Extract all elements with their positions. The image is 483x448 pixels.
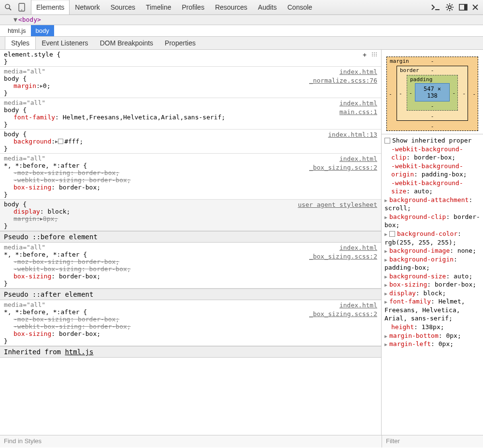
computed-property[interactable]: ▶ background-size: auto; [384, 272, 480, 281]
computed-property[interactable]: -webkit-background-size: auto; [384, 179, 480, 196]
devtools-toolbar: Elements Network Sources Timeline Profil… [0, 0, 483, 15]
source-link[interactable]: _box_sizing.scss:2 [309, 164, 377, 171]
source-link[interactable]: index.html [340, 244, 377, 251]
tab-elements[interactable]: Elements [31, 0, 70, 14]
rule-body-font[interactable]: index.htmlmain.css:1 media="all" body { … [0, 98, 381, 130]
source-link[interactable]: index.html:13 [328, 131, 377, 138]
close-icon[interactable] [472, 4, 478, 10]
tab-profiles[interactable]: Profiles [176, 0, 210, 14]
dom-node-body[interactable]: <body> [18, 16, 41, 23]
tab-sources[interactable]: Sources [105, 0, 141, 14]
svg-line-10 [447, 4, 448, 5]
tab-timeline[interactable]: Timeline [141, 0, 176, 14]
computed-property[interactable]: -webkit-background-clip: border-box; [384, 145, 480, 162]
inherited-link[interactable]: html.js [65, 348, 93, 356]
rule-element-style[interactable]: element.style { } ✚ ⁝⁝⁝ [0, 50, 381, 67]
search-icon[interactable] [2, 1, 14, 13]
dock-icon[interactable] [459, 4, 468, 11]
tab-network[interactable]: Network [70, 0, 105, 14]
box-model-content: 547 × 138 [415, 83, 450, 101]
breadcrumb: html.js body [0, 25, 483, 37]
main-tabs: Elements Network Sources Timeline Profil… [31, 0, 317, 14]
source-link[interactable]: index.html [340, 100, 377, 107]
computed-property[interactable]: ▶ margin-bottom: 0px; [384, 332, 480, 340]
ua-stylesheet-label: user agent stylesheet [298, 201, 377, 208]
section-pseudo-after: Pseudo ::after element [0, 289, 381, 300]
gear-icon[interactable] [445, 3, 454, 12]
subtab-dom-breakpoints[interactable]: DOM Breakpoints [94, 37, 159, 49]
section-pseudo-before: Pseudo ::before element [0, 231, 381, 243]
svg-point-5 [448, 6, 451, 9]
computed-property[interactable]: ▶ display: block; [384, 289, 480, 298]
sidebar-subtabs: Styles Event Listeners DOM Breakpoints P… [0, 37, 483, 50]
crumb-body[interactable]: body [31, 25, 54, 36]
source-link[interactable]: index.html [340, 155, 377, 162]
svg-line-13 [452, 4, 453, 5]
rule-body-background[interactable]: index.html:13 body { background:▶#fff; } [0, 130, 381, 154]
computed-property[interactable]: ▶ font-family: Helmet, Freesans, Helveti… [384, 297, 480, 323]
svg-line-12 [447, 9, 448, 10]
svg-rect-15 [464, 4, 467, 10]
computed-property[interactable]: ▶ background-color: rgb(255, 255, 255); [384, 230, 480, 246]
subtab-properties[interactable]: Properties [159, 37, 201, 49]
color-swatch-icon[interactable] [58, 139, 63, 144]
device-mode-icon[interactable] [15, 1, 28, 13]
tab-resources[interactable]: Resources [210, 0, 253, 14]
computed-property[interactable]: -webkit-background-origin: padding-box; [384, 162, 480, 179]
tab-audits[interactable]: Audits [253, 0, 282, 14]
rule-user-agent[interactable]: user agent stylesheet body { display: bl… [0, 200, 381, 231]
computed-list: Show inherited proper -webkit-background… [382, 134, 483, 353]
computed-property[interactable]: ▶ margin-left: 0px; [384, 340, 480, 348]
dom-tree-strip[interactable]: ▼<body> [0, 15, 483, 25]
new-style-rule-icon[interactable]: ✚ [363, 51, 367, 65]
computed-property[interactable]: ▶ box-sizing: border-box; [384, 280, 480, 289]
crumb-html[interactable]: html.js [3, 25, 31, 36]
svg-line-11 [452, 9, 453, 10]
computed-property[interactable]: ▶ background-attachment: scroll; [384, 196, 480, 213]
computed-property[interactable]: height: 138px; [384, 323, 480, 332]
tab-console[interactable]: Console [282, 0, 317, 14]
computed-property[interactable]: ▶ background-image: none; [384, 246, 480, 255]
console-drawer-icon[interactable] [431, 4, 440, 11]
rule-pseudo-before[interactable]: index.html_box_sizing.scss:2 media="all"… [0, 243, 381, 289]
rule-box-sizing[interactable]: index.html_box_sizing.scss:2 media="all"… [0, 154, 381, 200]
rule-body-margin[interactable]: index.html_normalize.scss:76 media="all"… [0, 67, 381, 98]
source-link[interactable]: main.css:1 [340, 108, 377, 116]
rule-pseudo-after[interactable]: index.html_box_sizing.scss:2 media="all"… [0, 300, 381, 346]
computed-pane: margin ---- border ---- padding --- 547 … [382, 50, 483, 435]
find-in-styles-input[interactable]: Find in Styles [0, 435, 382, 448]
styles-pane: element.style { } ✚ ⁝⁝⁝ index.html_norma… [0, 50, 382, 435]
box-model-diagram[interactable]: margin ---- border ---- padding --- 547 … [382, 50, 483, 134]
computed-property[interactable]: ▶ background-origin: padding-box; [384, 255, 480, 272]
subtab-styles[interactable]: Styles [5, 37, 36, 49]
show-inherited-toggle[interactable]: Show inherited proper [384, 136, 480, 145]
toggle-element-state-icon[interactable]: ⁝⁝⁝ [371, 51, 377, 65]
source-link[interactable]: index.html [340, 68, 377, 75]
svg-point-0 [5, 4, 10, 9]
filter-computed-input[interactable]: Filter [382, 435, 483, 448]
expand-triangle-icon[interactable]: ▼ [14, 16, 17, 23]
section-inherited: Inherited from html.js [0, 346, 381, 358]
source-link[interactable]: index.html [340, 302, 377, 309]
source-link[interactable]: _box_sizing.scss:2 [309, 253, 377, 260]
checkbox-icon[interactable] [384, 138, 390, 144]
computed-property[interactable]: ▶ background-clip: border-box; [384, 213, 480, 230]
subtab-event-listeners[interactable]: Event Listeners [36, 37, 94, 49]
svg-line-1 [9, 8, 11, 10]
source-link[interactable]: _box_sizing.scss:2 [309, 310, 377, 318]
source-link[interactable]: _normalize.scss:76 [309, 77, 377, 84]
footer-bar: Find in Styles Filter [0, 435, 483, 448]
svg-point-3 [21, 10, 22, 11]
